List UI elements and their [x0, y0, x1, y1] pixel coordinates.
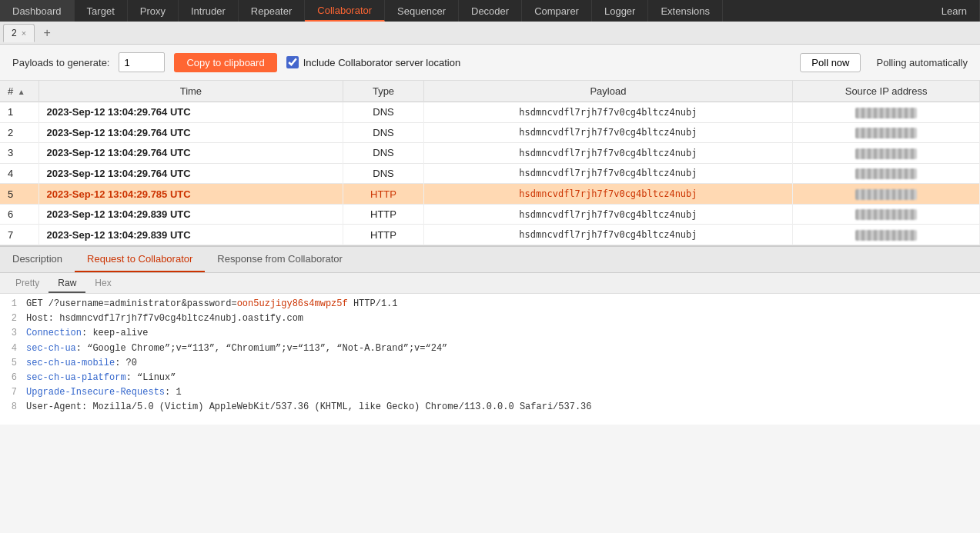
- tab-close-button[interactable]: ×: [22, 28, 26, 38]
- col-header-type: Type: [343, 81, 423, 102]
- table-row[interactable]: 62023-Sep-12 13:04:29.839 UTCHTTPhsdmncv…: [0, 204, 980, 225]
- cell-payload: hsdmncvdfl7rjh7f7v0cg4bltcz4nubj: [423, 102, 792, 123]
- results-table-container: # ▲ Time Type Payload Source IP address …: [0, 81, 980, 247]
- sub-tab-pretty[interactable]: Pretty: [6, 275, 48, 293]
- tab-bar: 2 × +: [0, 22, 980, 45]
- code-line: 4sec-ch-ua: “Google Chrome”;v=“113”, “Ch…: [6, 341, 974, 356]
- code-line: 3Connection: keep-alive: [6, 326, 974, 341]
- tab-2[interactable]: 2 ×: [3, 24, 35, 42]
- code-line: 1GET /?username=administrator&password=o…: [6, 297, 974, 311]
- format-sub-tabs: Pretty Raw Hex: [0, 273, 980, 294]
- include-location-checkbox-area: Include Collaborator server location: [286, 56, 461, 68]
- cell-payload: hsdmncvdfl7rjh7f7v0cg4bltcz4nubj: [423, 225, 792, 245]
- tab-label: 2: [12, 28, 17, 38]
- nav-repeater[interactable]: Repeater: [239, 0, 305, 22]
- nav-learn[interactable]: Learn: [929, 0, 980, 22]
- cell-payload: hsdmncvdfl7rjh7f7v0cg4bltcz4nubj: [423, 184, 792, 205]
- tab-response-from-collaborator[interactable]: Response from Collaborator: [205, 247, 355, 272]
- nav-target[interactable]: Target: [75, 0, 128, 22]
- top-navigation: Dashboard Target Proxy Intruder Repeater…: [0, 0, 980, 22]
- cell-num: 7: [0, 225, 38, 245]
- cell-payload: hsdmncvdfl7rjh7f7v0cg4bltcz4nubj: [423, 122, 792, 143]
- cell-type: DNS: [343, 143, 423, 164]
- table-row[interactable]: 42023-Sep-12 13:04:29.764 UTCDNShsdmncvd…: [0, 163, 980, 184]
- code-line: 7Upgrade-Insecure-Requests: 1: [6, 385, 974, 400]
- cell-time: 2023-Sep-12 13:04:29.785 UTC: [38, 184, 343, 205]
- table-row[interactable]: 22023-Sep-12 13:04:29.764 UTCDNShsdmncvd…: [0, 122, 980, 143]
- bottom-panel: Description Request to Collaborator Resp…: [0, 247, 980, 533]
- sub-tab-raw[interactable]: Raw: [48, 275, 85, 293]
- nav-dashboard[interactable]: Dashboard: [0, 0, 75, 22]
- collaborator-toolbar: Payloads to generate: Copy to clipboard …: [0, 45, 980, 81]
- code-line: 6sec-ch-ua-platform: “Linux”: [6, 371, 974, 385]
- code-line: 5sec-ch-ua-mobile: ?0: [6, 356, 974, 371]
- cell-time: 2023-Sep-12 13:04:29.764 UTC: [38, 122, 343, 143]
- nav-extensions[interactable]: Extensions: [648, 0, 723, 22]
- col-header-payload: Payload: [423, 81, 792, 102]
- nav-collaborator[interactable]: Collaborator: [305, 0, 385, 22]
- col-header-time: Time: [38, 81, 343, 102]
- cell-num: 4: [0, 163, 38, 184]
- sort-icon: ▲: [18, 88, 25, 96]
- cell-payload: hsdmncvdfl7rjh7f7v0cg4bltcz4nubj: [423, 204, 792, 225]
- detail-tab-strip: Description Request to Collaborator Resp…: [0, 247, 980, 273]
- cell-num: 3: [0, 143, 38, 164]
- cell-num: 1: [0, 102, 38, 123]
- cell-source-ip: [793, 204, 980, 225]
- nav-comparer[interactable]: Comparer: [522, 0, 592, 22]
- table-row[interactable]: 12023-Sep-12 13:04:29.764 UTCDNShsdmncvd…: [0, 102, 980, 123]
- cell-time: 2023-Sep-12 13:04:29.764 UTC: [38, 163, 343, 184]
- payloads-label: Payloads to generate:: [12, 57, 109, 68]
- include-location-label: Include Collaborator server location: [303, 57, 461, 68]
- col-header-source-ip: Source IP address: [793, 81, 980, 102]
- cell-num: 5: [0, 184, 38, 205]
- nav-logger[interactable]: Logger: [592, 0, 648, 22]
- sub-tab-hex[interactable]: Hex: [85, 275, 120, 293]
- polling-auto-label: Polling automatically: [876, 57, 968, 68]
- nav-proxy[interactable]: Proxy: [128, 0, 179, 22]
- cell-num: 6: [0, 204, 38, 225]
- add-tab-button[interactable]: +: [38, 24, 56, 42]
- results-table: # ▲ Time Type Payload Source IP address …: [0, 81, 980, 245]
- cell-type: DNS: [343, 102, 423, 123]
- cell-time: 2023-Sep-12 13:04:29.764 UTC: [38, 102, 343, 123]
- nav-decoder[interactable]: Decoder: [459, 0, 522, 22]
- cell-source-ip: [793, 225, 980, 245]
- include-location-checkbox[interactable]: [286, 56, 299, 68]
- table-row[interactable]: 72023-Sep-12 13:04:29.839 UTCHTTPhsdmncv…: [0, 225, 980, 245]
- code-line: 8User-Agent: Mozilla/5.0 (Victim) AppleW…: [6, 400, 974, 415]
- cell-source-ip: [793, 122, 980, 143]
- cell-type: DNS: [343, 163, 423, 184]
- cell-time: 2023-Sep-12 13:04:29.839 UTC: [38, 225, 343, 245]
- table-row[interactable]: 32023-Sep-12 13:04:29.764 UTCDNShsdmncvd…: [0, 143, 980, 164]
- cell-type: HTTP: [343, 184, 423, 205]
- cell-source-ip: [793, 184, 980, 205]
- cell-time: 2023-Sep-12 13:04:29.839 UTC: [38, 204, 343, 225]
- copy-to-clipboard-button[interactable]: Copy to clipboard: [174, 53, 276, 72]
- cell-num: 2: [0, 122, 38, 143]
- tab-request-to-collaborator[interactable]: Request to Collaborator: [75, 247, 205, 272]
- col-header-num: # ▲: [0, 81, 38, 102]
- cell-type: DNS: [343, 122, 423, 143]
- payloads-input[interactable]: [119, 52, 165, 72]
- cell-time: 2023-Sep-12 13:04:29.764 UTC: [38, 143, 343, 164]
- cell-payload: hsdmncvdfl7rjh7f7v0cg4bltcz4nubj: [423, 163, 792, 184]
- nav-sequencer[interactable]: Sequencer: [385, 0, 459, 22]
- table-row[interactable]: 52023-Sep-12 13:04:29.785 UTCHTTPhsdmncv…: [0, 184, 980, 205]
- code-line: 2Host: hsdmncvdfl7rjh7f7v0cg4bltcz4nubj.…: [6, 311, 974, 326]
- cell-payload: hsdmncvdfl7rjh7f7v0cg4bltcz4nubj: [423, 143, 792, 164]
- poll-now-button[interactable]: Poll now: [800, 53, 861, 72]
- tab-description[interactable]: Description: [0, 247, 75, 272]
- cell-source-ip: [793, 102, 980, 123]
- cell-type: HTTP: [343, 225, 423, 245]
- code-panel: 1GET /?username=administrator&password=o…: [0, 294, 980, 425]
- cell-source-ip: [793, 163, 980, 184]
- cell-type: HTTP: [343, 204, 423, 225]
- table-header-row: # ▲ Time Type Payload Source IP address: [0, 81, 980, 102]
- nav-intruder[interactable]: Intruder: [179, 0, 239, 22]
- cell-source-ip: [793, 143, 980, 164]
